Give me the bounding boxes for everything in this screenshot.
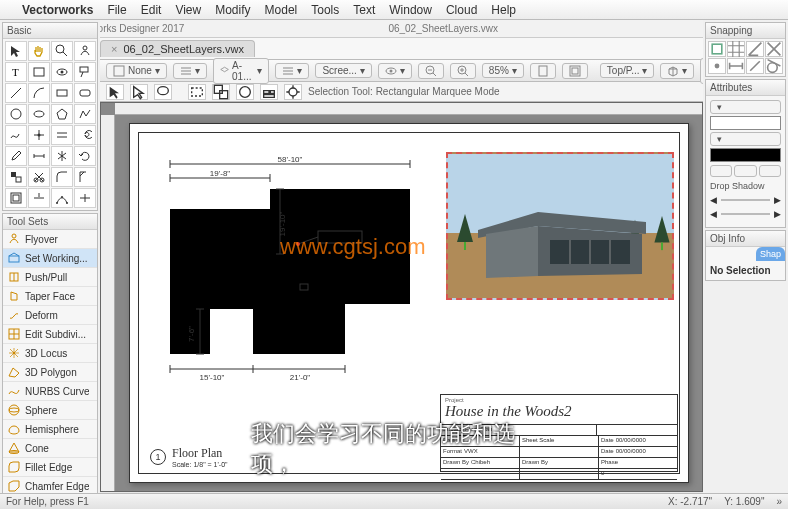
tool-fillet[interactable] [51,167,73,187]
snap-smart-pt[interactable] [708,58,726,74]
layer-options[interactable]: ▾ [275,63,309,79]
tool-rotate[interactable] [74,146,96,166]
zoom-out-button[interactable] [418,63,444,79]
line-thickness[interactable] [710,165,732,177]
fill-swatch[interactable] [710,116,781,130]
menu-modify[interactable]: Modify [215,3,250,17]
fit-objects-button[interactable] [562,63,588,79]
toolset-nurbs-curve[interactable]: NURBS Curve [3,382,97,401]
tool-arc[interactable] [28,83,50,103]
toolset-fillet-edge[interactable]: Fillet Edge [3,458,97,477]
class-select[interactable]: None ▾ [106,63,167,79]
menu-help[interactable]: Help [491,3,516,17]
layer-select[interactable]: A-01... ▾ [213,58,269,84]
tab-close-icon[interactable]: × [111,43,117,55]
tool-flyover[interactable] [74,41,96,61]
mode-single[interactable] [130,84,148,100]
tool-pan[interactable] [28,41,50,61]
mode-cursor[interactable] [106,84,124,100]
menu-cloud[interactable]: Cloud [446,3,477,17]
pen-swatch[interactable] [710,148,781,162]
toolset-deform[interactable]: Deform [3,306,97,325]
menu-window[interactable]: Window [389,3,432,17]
tool-reshape[interactable] [51,188,73,208]
line-endcap-end[interactable] [759,165,781,177]
tool-spiral[interactable] [74,125,96,145]
tool-visibility[interactable] [51,62,73,82]
slider-right-arrow-2[interactable]: ▶ [774,209,781,219]
document-tab[interactable]: × 06_02_SheetLayers.vwx [100,40,255,57]
tool-text[interactable]: T [5,62,27,82]
menu-tools[interactable]: Tools [311,3,339,17]
toolset-flyover[interactable]: Flyover [3,230,97,249]
tool-zoom[interactable] [51,41,73,61]
tool-rectangle[interactable] [51,83,73,103]
toolset-cone[interactable]: Cone [3,439,97,458]
tool-polygon[interactable] [51,104,73,124]
render-mode-select[interactable]: ▾ [660,63,694,79]
mode-marquee[interactable] [188,84,206,100]
tool-rounded-rect[interactable] [74,83,96,103]
tool-circle[interactable] [5,104,27,124]
opacity-slider[interactable]: ◀ ▶ [710,195,781,205]
saved-view-select[interactable]: ▾ [378,63,412,79]
toolset-taper-face[interactable]: Taper Face [3,287,97,306]
class-options[interactable]: ▾ [173,63,207,79]
tool-trim[interactable] [28,188,50,208]
mode-wall[interactable] [260,84,278,100]
tool-double-line[interactable] [51,125,73,145]
opacity-slider-2[interactable]: ◀ ▶ [710,209,781,219]
line-endcap-start[interactable] [734,165,756,177]
toolset-set-working-[interactable]: Set Working... [3,249,97,268]
tool-line[interactable] [5,83,27,103]
fit-page-button[interactable] [530,63,556,79]
pen-style-select[interactable]: ▾ [710,132,781,146]
tool-rect[interactable] [28,62,50,82]
snap-intersect[interactable] [765,41,783,57]
toolset-edit-subdivi-[interactable]: Edit Subdivi... [3,325,97,344]
menu-file[interactable]: File [107,3,126,17]
menu-edit[interactable]: Edit [141,3,162,17]
tool-clip[interactable] [28,167,50,187]
menu-model[interactable]: Model [265,3,298,17]
tool-callout[interactable] [74,62,96,82]
slider-left-arrow-2[interactable]: ◀ [710,209,717,219]
tool-attr-pick[interactable] [5,167,27,187]
tool-chamfer[interactable] [74,167,96,187]
drawing-canvas[interactable]: 58'-10" 19'-8" 19'-10" Top Center 15'-10… [100,102,703,492]
toolset-hemisphere[interactable]: Hemisphere [3,420,97,439]
fill-style-select[interactable]: ▾ [710,100,781,114]
menu-view[interactable]: View [175,3,201,17]
toolset-3d-locus[interactable]: 3D Locus [3,344,97,363]
tool-oval[interactable] [28,104,50,124]
mode-addsub[interactable] [212,84,230,100]
tool-selection[interactable] [5,41,27,61]
slider-left-arrow[interactable]: ◀ [710,195,717,205]
mode-interactive[interactable] [236,84,254,100]
toolset-sphere[interactable]: Sphere [3,401,97,420]
snap-object[interactable] [708,41,726,57]
toolset-3d-polygon[interactable]: 3D Polygon [3,363,97,382]
tool-split[interactable] [74,188,96,208]
snap-edge[interactable] [746,58,764,74]
toolset-push-pull[interactable]: Push/Pull [3,268,97,287]
tool-polyline[interactable] [74,104,96,124]
status-menu-arrow[interactable]: » [776,496,782,507]
tool-locus[interactable] [28,125,50,145]
zoom-select[interactable]: 85% ▾ [482,63,524,78]
snap-angle[interactable] [746,41,764,57]
menu-text[interactable]: Text [353,3,375,17]
tool-tape[interactable] [28,146,50,166]
mode-lasso[interactable] [154,84,172,100]
tool-eyedropper[interactable] [5,146,27,166]
tool-freehand[interactable] [5,125,27,145]
tool-mirror[interactable] [51,146,73,166]
mode-prefs[interactable] [284,84,302,100]
tool-offset[interactable] [5,188,27,208]
appname-menu[interactable]: Vectorworks [22,3,93,17]
view-select[interactable]: Top/P... ▾ [600,63,655,78]
snap-tangent[interactable] [765,58,783,74]
objinfo-tab-shape[interactable]: Shap [756,247,785,261]
plane-select[interactable]: Scree... ▾ [315,63,371,78]
zoom-in-button[interactable] [450,63,476,79]
